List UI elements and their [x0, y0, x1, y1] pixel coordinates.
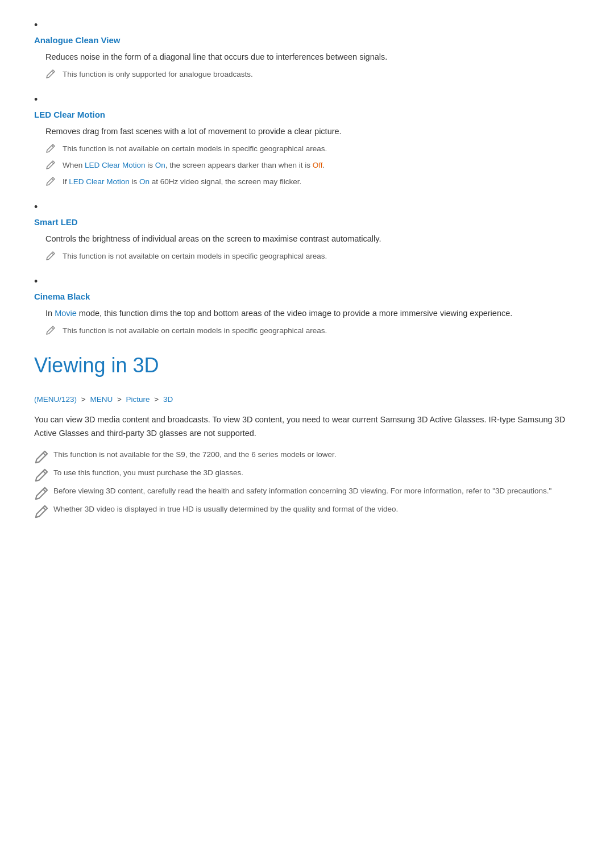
- section2-body: You can view 3D media content and broadc…: [34, 413, 580, 441]
- note-text: This function is not available on certai…: [63, 250, 327, 263]
- section2-note-item: Before viewing 3D content, carefully rea…: [34, 485, 580, 499]
- breadcrumb-link[interactable]: Picture: [126, 395, 150, 404]
- pencil-icon: [45, 325, 58, 338]
- top-list-section: Analogue Clean ViewReduces noise in the …: [34, 17, 580, 338]
- list-item-led-clear-motion: LED Clear MotionRemoves drag from fast s…: [34, 92, 580, 189]
- note-item: This function is only supported for anal…: [45, 68, 580, 81]
- note-item: This function is not available on certai…: [45, 143, 580, 156]
- section2-notes: This function is not available for the S…: [34, 448, 580, 517]
- note-text: This function is only supported for anal…: [63, 68, 253, 81]
- note-item: When LED Clear Motion is On, the screen …: [45, 159, 580, 172]
- list-item-desc-smart-led: Controls the brightness of individual ar…: [45, 232, 580, 246]
- inline-link-off[interactable]: Off: [313, 161, 323, 169]
- section2-note-text: To use this function, you must purchase …: [53, 467, 243, 479]
- breadcrumb-link[interactable]: (MENU/123): [34, 395, 77, 404]
- inline-link[interactable]: Movie: [55, 309, 77, 318]
- note-item: This function is not available on certai…: [45, 250, 580, 263]
- note-list-analogue-clean-view: This function is only supported for anal…: [45, 68, 580, 81]
- list-item-cinema-black: Cinema BlackIn Movie mode, this function…: [34, 273, 580, 338]
- list-item-smart-led: Smart LEDControls the brightness of indi…: [34, 199, 580, 263]
- pencil-icon: [34, 468, 49, 480]
- pencil-icon: [34, 450, 49, 462]
- section2-note-text: Before viewing 3D content, carefully rea…: [53, 485, 551, 497]
- inline-link[interactable]: On: [139, 177, 150, 186]
- pencil-icon: [45, 160, 58, 172]
- breadcrumb-separator: >: [115, 395, 123, 404]
- breadcrumb-link[interactable]: MENU: [90, 395, 113, 404]
- note-list-smart-led: This function is not available on certai…: [45, 250, 580, 263]
- list-item-desc-analogue-clean-view: Reduces noise in the form of a diagonal …: [45, 51, 580, 64]
- note-item: If LED Clear Motion is On at 60Hz video …: [45, 176, 580, 189]
- feature-list: Analogue Clean ViewReduces noise in the …: [34, 17, 580, 338]
- breadcrumb: (MENU/123) > MENU > Picture > 3D: [34, 393, 580, 406]
- note-text: If LED Clear Motion is On at 60Hz video …: [63, 176, 301, 188]
- list-item-analogue-clean-view: Analogue Clean ViewReduces noise in the …: [34, 17, 580, 81]
- pencil-icon: [45, 176, 58, 189]
- note-text: When LED Clear Motion is On, the screen …: [63, 159, 325, 172]
- section2-note-text: This function is not available for the S…: [53, 448, 337, 461]
- inline-link[interactable]: LED Clear Motion: [85, 161, 146, 169]
- list-item-header-analogue-clean-view: Analogue Clean View: [34, 34, 580, 47]
- pencil-icon: [45, 251, 58, 263]
- section2-note-item: This function is not available for the S…: [34, 448, 580, 462]
- section2-note-text: Whether 3D video is displayed in true HD…: [53, 503, 398, 516]
- list-item-header-led-clear-motion: LED Clear Motion: [34, 108, 580, 122]
- breadcrumb-separator: >: [79, 395, 88, 404]
- list-item-header-cinema-black: Cinema Black: [34, 290, 580, 304]
- inline-link[interactable]: On: [155, 161, 165, 169]
- section2-note-item: To use this function, you must purchase …: [34, 467, 580, 480]
- note-list-led-clear-motion: This function is not available on certai…: [45, 143, 580, 189]
- list-item-header-smart-led: Smart LED: [34, 215, 580, 229]
- note-item: This function is not available on certai…: [45, 325, 580, 338]
- breadcrumb-separator: >: [152, 395, 161, 404]
- note-text: This function is not available on certai…: [63, 143, 327, 155]
- breadcrumb-link[interactable]: 3D: [163, 395, 173, 404]
- pencil-icon: [45, 143, 58, 156]
- pencil-icon: [34, 504, 49, 517]
- note-list-cinema-black: This function is not available on certai…: [45, 325, 580, 338]
- list-item-desc-cinema-black: In Movie mode, this function dims the to…: [45, 307, 580, 320]
- inline-link[interactable]: LED Clear Motion: [69, 177, 130, 186]
- section2-wrapper: Viewing in 3D (MENU/123) > MENU > Pictur…: [34, 349, 580, 517]
- section2-title: Viewing in 3D: [34, 349, 580, 382]
- pencil-icon: [45, 69, 58, 81]
- list-item-title-analogue-clean-view[interactable]: Analogue Clean View: [34, 34, 120, 47]
- section2-note-item: Whether 3D video is displayed in true HD…: [34, 503, 580, 517]
- list-item-title-led-clear-motion[interactable]: LED Clear Motion: [34, 108, 105, 122]
- list-item-title-cinema-black[interactable]: Cinema Black: [34, 290, 90, 304]
- pencil-icon: [34, 486, 49, 499]
- note-text: This function is not available on certai…: [63, 325, 327, 337]
- list-item-desc-led-clear-motion: Removes drag from fast scenes with a lot…: [45, 125, 580, 138]
- list-item-title-smart-led[interactable]: Smart LED: [34, 215, 78, 229]
